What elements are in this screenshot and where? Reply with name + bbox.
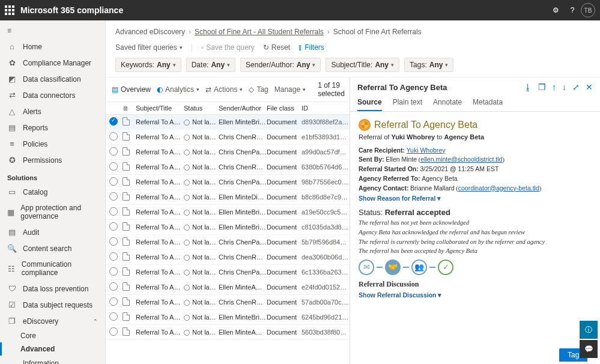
table-row[interactable]: Referral To Agency … Not labeled Chris C… xyxy=(106,250,350,265)
sidebar-item[interactable]: ✪Permissions xyxy=(0,152,105,168)
row-checkbox[interactable] xyxy=(109,297,118,306)
sidebar-item[interactable]: △Alerts xyxy=(0,103,105,120)
table-row[interactable]: Referral To Agency Y… Not labeled Ellen … xyxy=(106,325,350,340)
care-recipient-link[interactable]: Yuki Whobrey xyxy=(407,147,446,154)
table-row[interactable]: Referral To Agency … Not labeled Ellen M… xyxy=(106,205,350,220)
cell-class: Document xyxy=(267,118,302,126)
saved-queries-dropdown[interactable]: Saved filter queries▾ xyxy=(115,43,183,52)
sidebar-item[interactable]: ▤Audit xyxy=(0,224,105,240)
save-query-button[interactable]: ▫Save the query xyxy=(201,43,255,52)
filters-button[interactable]: ⫿Filters xyxy=(298,43,324,52)
filter-pill[interactable]: Date: Any ▾ xyxy=(186,58,235,72)
nav-icon: ⇄ xyxy=(7,91,17,100)
table-row[interactable]: Referral To Agency … Not labeled Chris C… xyxy=(106,130,350,145)
row-checkbox[interactable] xyxy=(109,132,118,141)
cell-author: Chris ChenRoger E… xyxy=(219,133,267,141)
settings-icon[interactable]: ⚙ xyxy=(547,2,564,19)
sidebar-item[interactable]: ✿Compliance Manager xyxy=(0,55,105,71)
actions-dropdown[interactable]: ⇄Actions▾ xyxy=(205,85,243,94)
sidebar-item[interactable]: ▭Information governance xyxy=(0,356,105,364)
column-status[interactable]: Status xyxy=(184,105,219,112)
sidebar-item[interactable]: ☑Data subject requests xyxy=(0,297,105,313)
sidebar-subitem[interactable]: Core xyxy=(0,329,105,342)
filter-pill[interactable]: Tags: Any ▾ xyxy=(404,58,453,72)
analytics-dropdown[interactable]: ◐Analytics▾ xyxy=(157,85,199,94)
preview-title: Referral To Agency Beta xyxy=(357,83,524,92)
row-checkbox[interactable] xyxy=(109,177,118,186)
row-checkbox[interactable] xyxy=(109,312,118,321)
row-checkbox[interactable] xyxy=(109,237,118,246)
sidebar-item[interactable]: ⇄Data connectors xyxy=(0,87,105,103)
cell-author: Ellen MinteDimitri … xyxy=(219,193,267,201)
help-icon[interactable]: ? xyxy=(564,2,581,19)
sidebar-item[interactable]: ▤Reports xyxy=(0,120,105,136)
contact-email-link[interactable]: coordinator@agency-beta.tld xyxy=(458,184,539,192)
sidebar-item-ediscovery[interactable]: ❐eDiscovery ⌃ xyxy=(0,313,105,329)
row-checkbox[interactable] xyxy=(109,147,118,156)
row-checkbox[interactable] xyxy=(109,282,118,291)
breadcrumb-root[interactable]: Advanced eDiscovery xyxy=(115,28,185,36)
table-row[interactable]: Referral To Agency … Not labeled Ellen M… xyxy=(106,115,350,130)
sidebar-subitem[interactable]: Advanced xyxy=(0,342,105,356)
feedback-fab-icon[interactable]: 💬 xyxy=(580,340,598,358)
info-fab-icon[interactable]: ⓘ xyxy=(580,321,598,339)
table-row[interactable]: Referral To Agency … Not labeled Chris C… xyxy=(106,235,350,250)
breadcrumb-case[interactable]: School of Fine Art - All Student Referra… xyxy=(195,28,324,36)
table-row[interactable]: Referral To Agency … Not labeled Ellen M… xyxy=(106,190,350,205)
cell-title: Referral To Agency … xyxy=(136,193,184,201)
tag-button[interactable]: ◇Tag xyxy=(249,85,268,94)
table-row[interactable]: Referral To Agency Y… Not labeled Ellen … xyxy=(106,310,350,325)
reset-button[interactable]: ↻Reset xyxy=(263,43,290,52)
preview-tab[interactable]: Plain text xyxy=(393,94,422,111)
sidebar-item[interactable]: ▦App protection and governance xyxy=(0,200,105,224)
column-fileclass[interactable]: File class xyxy=(267,105,302,112)
cell-class: Document xyxy=(267,329,302,336)
next-item-icon[interactable]: ↓ xyxy=(562,82,566,92)
sidebar-item[interactable]: ⌂Home xyxy=(0,38,105,55)
sidebar-collapse-icon[interactable]: ≡ xyxy=(0,23,105,38)
table-row[interactable]: Referral To Agency Y… Not labeled Chris … xyxy=(106,295,350,310)
app-launcher-icon[interactable] xyxy=(5,5,14,15)
sidebar-item[interactable]: 🔍Content search xyxy=(0,240,105,256)
download-icon[interactable]: ⭳ xyxy=(524,82,532,92)
new-window-icon[interactable]: ❐ xyxy=(538,82,546,92)
sidebar-item[interactable]: ◩Data classification xyxy=(0,71,105,87)
close-icon[interactable]: ✕ xyxy=(586,82,593,92)
account-avatar[interactable]: TB xyxy=(581,3,595,17)
expand-icon[interactable]: ⤢ xyxy=(572,82,580,92)
manage-dropdown[interactable]: Manage▾ xyxy=(274,85,306,94)
row-checkbox[interactable] xyxy=(109,252,118,261)
filter-pill[interactable]: Keywords: Any ▾ xyxy=(115,58,181,72)
row-checkbox[interactable] xyxy=(109,327,118,336)
table-row[interactable]: Referral To Agency … Not labeled Chris C… xyxy=(106,265,350,280)
filter-pill[interactable]: Subject/Title: Any ▾ xyxy=(326,58,399,72)
preview-tab[interactable]: Metadata xyxy=(473,94,503,111)
sidebar-item[interactable]: ≡Policies xyxy=(0,136,105,152)
table-row[interactable]: Referral To Agency … Not labeled Chris C… xyxy=(106,145,350,160)
column-author[interactable]: Sender/Author xyxy=(219,105,267,112)
preview-tab[interactable]: Annotate xyxy=(433,94,462,111)
table-row[interactable]: Referral To Agency … Not labeled Chris C… xyxy=(106,160,350,175)
sidebar-item[interactable]: ☷Communication compliance xyxy=(0,256,105,281)
show-discussion-link[interactable]: Show Referral Discussion ▾ xyxy=(359,291,441,300)
sender-email-link[interactable]: ellen.minte@schooldistrict.tld xyxy=(420,156,502,163)
table-row[interactable]: Referral To Agency … Not labeled Chris C… xyxy=(106,175,350,190)
sidebar-item[interactable]: 🛡Data loss prevention xyxy=(0,281,105,297)
preview-tab[interactable]: Source xyxy=(357,94,382,111)
row-checkbox[interactable] xyxy=(109,222,118,231)
row-checkbox[interactable] xyxy=(109,162,118,171)
column-subject[interactable]: Subject/Title xyxy=(136,105,184,112)
row-checkbox[interactable] xyxy=(109,207,118,216)
sidebar-item[interactable]: ▭Catalog xyxy=(0,184,105,200)
table-row[interactable]: Referral To Agency … Not labeled Ellen M… xyxy=(106,220,350,235)
row-checkbox[interactable] xyxy=(109,267,118,276)
filter-pill[interactable]: Sender/Author: Any ▾ xyxy=(240,58,321,72)
row-checkbox[interactable] xyxy=(109,192,118,201)
show-reason-link[interactable]: Show Reason for Referral ▾ xyxy=(359,194,441,204)
prev-item-icon[interactable]: ↑ xyxy=(552,82,556,92)
overview-button[interactable]: ▤Overview xyxy=(112,85,151,94)
row-checkbox[interactable] xyxy=(109,117,118,126)
table-row[interactable]: Referral To Agency Y… Not labeled Ellen … xyxy=(106,280,350,295)
column-id[interactable]: ID xyxy=(302,105,350,112)
cell-status: Not labeled xyxy=(184,284,219,291)
